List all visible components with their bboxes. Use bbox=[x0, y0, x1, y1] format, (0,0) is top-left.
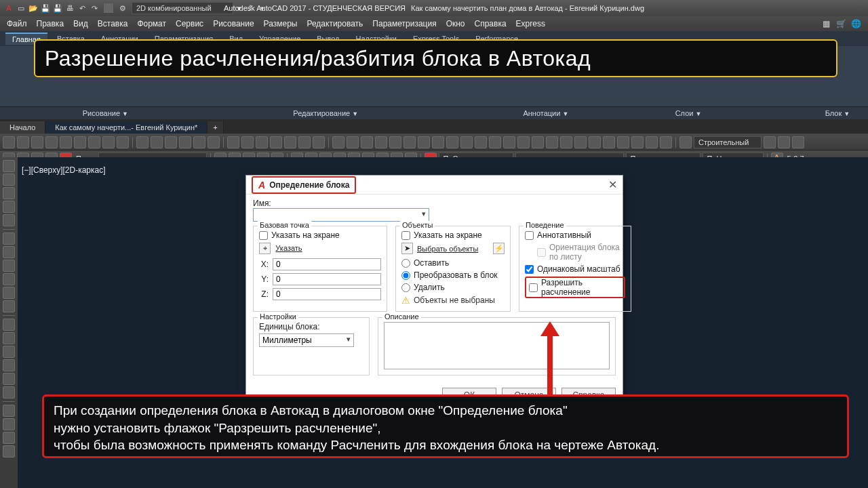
file-tab-active[interactable]: Как самому начерти...- Евгений Курицин* bbox=[45, 121, 208, 134]
tool-icon[interactable] bbox=[403, 136, 416, 148]
tool-icon[interactable] bbox=[589, 136, 601, 148]
undo-icon[interactable]: ↶ bbox=[77, 3, 87, 13]
select-objects-button[interactable]: Выбрать объекты bbox=[417, 245, 478, 253]
menu-insert[interactable]: Вставка bbox=[98, 19, 128, 28]
tool-icon[interactable] bbox=[764, 136, 776, 148]
print-icon[interactable]: 🖶 bbox=[65, 3, 75, 13]
tool-icon[interactable] bbox=[3, 319, 15, 331]
tool-icon[interactable] bbox=[446, 136, 458, 148]
saveas-icon[interactable]: 💾 bbox=[53, 3, 62, 13]
tool-icon[interactable] bbox=[574, 136, 587, 148]
ribbon-group-layers[interactable]: Слои▼ bbox=[651, 109, 726, 117]
tool-icon[interactable] bbox=[3, 432, 15, 444]
tool-icon[interactable] bbox=[361, 136, 373, 148]
menu-dim[interactable]: Размеры bbox=[264, 19, 298, 28]
pick-point-button[interactable]: Указать bbox=[273, 244, 302, 252]
rect-icon[interactable] bbox=[3, 187, 15, 199]
z-input[interactable] bbox=[273, 288, 381, 300]
tool-icon[interactable] bbox=[660, 136, 672, 148]
open-icon[interactable]: 📂 bbox=[28, 3, 38, 13]
tool-icon[interactable] bbox=[546, 136, 558, 148]
tool-icon[interactable] bbox=[375, 136, 387, 148]
allow-explode-checkbox[interactable] bbox=[529, 283, 538, 292]
block-name-input[interactable] bbox=[253, 208, 429, 222]
tool-icon[interactable] bbox=[475, 136, 487, 148]
tool-icon[interactable] bbox=[489, 136, 501, 148]
menu-help[interactable]: Справка bbox=[475, 19, 507, 28]
spline-icon[interactable] bbox=[3, 232, 15, 245]
units-combo[interactable] bbox=[259, 333, 354, 347]
tool-icon[interactable] bbox=[792, 136, 804, 148]
tool-icon[interactable] bbox=[3, 136, 15, 148]
base-onscreen-checkbox[interactable] bbox=[259, 231, 268, 240]
menu-format[interactable]: Формат bbox=[137, 19, 166, 28]
tool-icon[interactable] bbox=[631, 136, 644, 148]
ellipse-icon[interactable] bbox=[3, 246, 15, 258]
tool-icon[interactable] bbox=[3, 386, 15, 399]
tool-icon[interactable] bbox=[60, 136, 72, 148]
tool-icon[interactable] bbox=[418, 136, 430, 148]
menu-edit[interactable]: Правка bbox=[37, 19, 64, 28]
menu-express[interactable]: Express bbox=[516, 19, 545, 28]
objects-onscreen-checkbox[interactable] bbox=[401, 231, 410, 240]
textstyle-icon[interactable] bbox=[679, 136, 692, 148]
menu-modify[interactable]: Редактировать bbox=[307, 19, 363, 28]
tool-icon[interactable] bbox=[332, 136, 344, 148]
viewport-label[interactable]: [−][Сверху][2D-каркас] bbox=[22, 165, 106, 175]
delete-radio[interactable] bbox=[401, 283, 410, 292]
tool-icon[interactable] bbox=[3, 405, 15, 417]
tool-icon[interactable] bbox=[117, 136, 129, 148]
select-objects-icon[interactable]: ➤ bbox=[401, 243, 413, 254]
text-icon[interactable] bbox=[3, 300, 15, 312]
tool-icon[interactable] bbox=[17, 136, 29, 148]
file-tab-start[interactable]: Начало bbox=[0, 121, 45, 134]
ribbon-group-draw[interactable]: Рисование▼ bbox=[0, 109, 211, 117]
ribbon-group-blocks[interactable]: Блок▼ bbox=[807, 109, 868, 117]
workspace-selector[interactable] bbox=[132, 2, 233, 14]
annotative-checkbox[interactable] bbox=[525, 231, 534, 240]
keep-radio[interactable] bbox=[401, 259, 410, 268]
pick-point-icon[interactable]: ⌖ bbox=[259, 243, 271, 254]
new-icon[interactable]: ▭ bbox=[16, 3, 26, 13]
menu-file[interactable]: Файл bbox=[7, 19, 27, 28]
tool-icon[interactable] bbox=[532, 136, 544, 148]
tool-icon[interactable] bbox=[3, 445, 15, 458]
tool-icon[interactable] bbox=[432, 136, 444, 148]
y-input[interactable] bbox=[273, 273, 381, 285]
tool-icon[interactable] bbox=[560, 136, 572, 148]
arc-icon[interactable] bbox=[3, 201, 15, 213]
tool-icon[interactable] bbox=[256, 136, 268, 148]
tool-icon[interactable] bbox=[3, 373, 15, 385]
tool-icon[interactable] bbox=[3, 418, 15, 430]
cart-icon[interactable]: 🛒 bbox=[835, 18, 846, 29]
menu-param[interactable]: Параметризация bbox=[372, 19, 436, 28]
file-tab-new[interactable]: + bbox=[208, 121, 223, 134]
tool-icon[interactable] bbox=[503, 136, 515, 148]
ribbon-group-edit[interactable]: Редактирование▼ bbox=[211, 109, 441, 117]
layout-icon[interactable]: ▦ bbox=[821, 18, 831, 29]
tool-icon[interactable] bbox=[31, 136, 43, 148]
tool-icon[interactable] bbox=[617, 136, 629, 148]
save-icon[interactable]: 💾 bbox=[41, 3, 50, 13]
tool-icon[interactable] bbox=[102, 136, 115, 148]
hatch-icon[interactable] bbox=[3, 260, 15, 272]
tool-icon[interactable] bbox=[347, 136, 359, 148]
convert-radio[interactable] bbox=[401, 271, 410, 280]
tool-icon[interactable] bbox=[270, 136, 282, 148]
line-icon[interactable] bbox=[3, 160, 15, 172]
tool-icon[interactable] bbox=[227, 136, 239, 148]
tool-icon[interactable] bbox=[313, 136, 325, 148]
tool-icon[interactable] bbox=[778, 136, 790, 148]
menu-window[interactable]: Окно bbox=[446, 19, 465, 28]
menu-draw[interactable]: Рисование bbox=[213, 19, 254, 28]
redo-icon[interactable]: ↷ bbox=[90, 3, 99, 13]
tool-icon[interactable] bbox=[3, 332, 15, 344]
tool-icon[interactable] bbox=[284, 136, 296, 148]
tool-icon[interactable] bbox=[460, 136, 473, 148]
menu-service[interactable]: Сервис bbox=[176, 19, 203, 28]
region-icon[interactable] bbox=[3, 287, 15, 299]
tool-icon[interactable] bbox=[165, 136, 177, 148]
tool-icon[interactable] bbox=[193, 136, 205, 148]
quick-select-icon[interactable]: ⚡ bbox=[493, 243, 505, 254]
menu-view[interactable]: Вид bbox=[73, 19, 88, 28]
